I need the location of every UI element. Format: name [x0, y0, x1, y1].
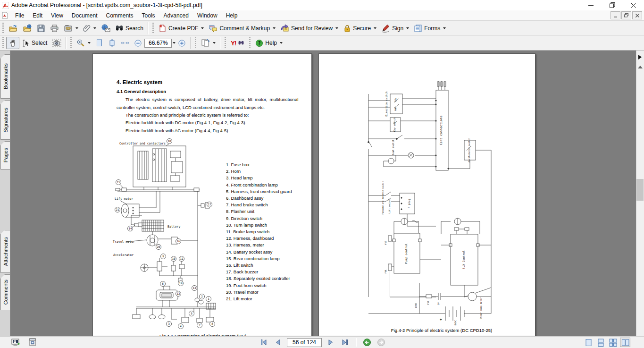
- continuous-layout-button[interactable]: [595, 338, 606, 347]
- dropdown-arrow-icon: [213, 42, 216, 44]
- acrobat-logo-icon: [2, 2, 9, 9]
- snapshot-tool-button[interactable]: [50, 37, 64, 49]
- next-view-button[interactable]: [376, 338, 386, 347]
- menu-advanced[interactable]: Advanced: [159, 11, 193, 20]
- sign-button[interactable]: Sign: [379, 22, 411, 34]
- dropdown-arrow-icon: [406, 27, 409, 29]
- menu-tools[interactable]: Tools: [138, 11, 159, 20]
- save-button[interactable]: [34, 22, 48, 34]
- tab-attachments[interactable]: Attachments: [0, 230, 10, 273]
- legend-item: 7. Hand brake switch: [226, 202, 292, 208]
- fit-height-button[interactable]: [106, 37, 118, 49]
- menu-edit[interactable]: Edit: [28, 11, 47, 20]
- pane-toggle-icon[interactable]: [637, 53, 643, 61]
- svg-text:21: 21: [116, 208, 119, 211]
- previous-page-button[interactable]: [273, 338, 283, 347]
- attach-button[interactable]: [81, 22, 99, 34]
- restore-button[interactable]: [602, 0, 623, 10]
- legend-item: 5. Harness, front overhead guard: [226, 188, 292, 195]
- email-button[interactable]: [99, 22, 113, 34]
- open-button[interactable]: [6, 22, 20, 34]
- menu-window[interactable]: Window: [193, 11, 222, 20]
- paragraph-line: Electric forklift truck with DC motor (F…: [125, 120, 246, 125]
- forms-button[interactable]: Forms: [411, 22, 448, 34]
- tab-comments[interactable]: Comments: [0, 274, 10, 310]
- previous-view-button[interactable]: [362, 338, 372, 347]
- menu-view[interactable]: View: [47, 11, 67, 20]
- hand-tool-button[interactable]: [6, 37, 19, 49]
- tab-pages[interactable]: Pages: [0, 141, 10, 170]
- accelerator-label: Accelerator: [113, 253, 134, 257]
- dropdown-arrow-icon: [93, 27, 96, 29]
- fit-page-button[interactable]: [93, 37, 106, 49]
- tab-signatures[interactable]: Signatures: [0, 100, 10, 140]
- next-page-button[interactable]: [326, 338, 336, 347]
- toolbar-separator: [190, 37, 191, 49]
- legend-item: 6. Dashboard assy: [226, 195, 292, 202]
- pump-control-label: Pump control: [404, 243, 408, 264]
- select-tool-button[interactable]: Select: [19, 37, 50, 49]
- p-plug-label: P plug: [408, 199, 411, 208]
- zoom-tool-button[interactable]: [74, 37, 93, 49]
- battery-voltage-label: 48VDC: [454, 320, 457, 325]
- schematic-diagram: Direction switch REV FWD Key switch Seat…: [363, 80, 500, 325]
- rev-label: REV: [394, 98, 397, 102]
- comment-markup-button[interactable]: Comment & Markup: [206, 22, 278, 34]
- search-button[interactable]: Search: [113, 22, 146, 34]
- send-for-review-button[interactable]: Send for Review: [278, 22, 341, 34]
- print-button[interactable]: [48, 22, 61, 34]
- pdf-document-icon: [2, 12, 8, 19]
- toolbar-grip[interactable]: [195, 37, 196, 49]
- secure-button[interactable]: Secure: [341, 22, 379, 34]
- toolbar-grip[interactable]: [225, 37, 226, 49]
- toolbar-grip[interactable]: [152, 23, 154, 34]
- view-toolbar: Select Y! ? Help: [0, 36, 644, 51]
- zoom-level-input[interactable]: [144, 39, 172, 48]
- menu-help[interactable]: Help: [222, 11, 242, 20]
- doc-restore-button[interactable]: [621, 11, 631, 19]
- toolbar-grip[interactable]: [2, 23, 4, 34]
- fit-width-button[interactable]: [118, 37, 132, 49]
- single-page-layout-button[interactable]: [583, 338, 594, 347]
- construction-diagram: Controller and contactors Lift motor Bat…: [111, 138, 219, 332]
- create-pdf-button[interactable]: Create PDF: [156, 22, 206, 34]
- toolbar-grip[interactable]: [70, 37, 72, 49]
- menu-comments[interactable]: Comments: [102, 11, 138, 20]
- yahoo-search-button[interactable]: Y!: [228, 38, 247, 49]
- page-number-input[interactable]: [287, 338, 322, 347]
- legend-item: 8. Flasher unit: [226, 208, 292, 215]
- tab-bookmarks[interactable]: Bookmarks: [0, 54, 10, 99]
- toolbar-grip[interactable]: [249, 37, 251, 49]
- first-page-button[interactable]: [259, 338, 269, 347]
- legend-item: 14. Battery socket assy: [226, 249, 292, 255]
- zoom-out-button[interactable]: [132, 37, 144, 49]
- forms-label: Forms: [424, 25, 440, 32]
- facing-layout-button[interactable]: [620, 338, 630, 347]
- minimize-button[interactable]: [580, 0, 602, 10]
- continuous-facing-layout-button[interactable]: [608, 338, 618, 347]
- statusbar-separator: [356, 338, 356, 347]
- menu-document[interactable]: Document: [67, 11, 102, 20]
- doc-close-button[interactable]: [632, 11, 642, 19]
- page-display-button[interactable]: [199, 37, 218, 49]
- fwd-label: FWD: [394, 107, 397, 111]
- menu-bar: File Edit View Document Comments Tools A…: [0, 10, 644, 21]
- toolbar-grip[interactable]: [2, 37, 4, 49]
- open-web-button[interactable]: [20, 22, 34, 34]
- doc-minimize-button[interactable]: [611, 11, 620, 19]
- last-page-button[interactable]: [340, 338, 350, 347]
- scroll-up-icon[interactable]: [637, 64, 643, 70]
- svg-text:9: 9: [162, 255, 164, 258]
- accelerator-switch-label: Accelerator switch: [468, 138, 470, 162]
- zoom-in-button[interactable]: [176, 37, 188, 49]
- vertical-scrollbar[interactable]: [636, 51, 644, 336]
- help-button[interactable]: ? Help: [253, 37, 285, 49]
- search-label: Search: [125, 25, 143, 32]
- key-switch-label: Key switch: [393, 118, 396, 132]
- send-for-review-label: Send for Review: [291, 25, 333, 32]
- pdf-page-right: Direction switch REV FWD Key switch Seat…: [318, 53, 535, 336]
- menu-file[interactable]: File: [11, 11, 28, 20]
- close-button[interactable]: [623, 0, 644, 10]
- organizer-button[interactable]: [61, 22, 81, 34]
- scrollbar-thumb[interactable]: [636, 179, 644, 201]
